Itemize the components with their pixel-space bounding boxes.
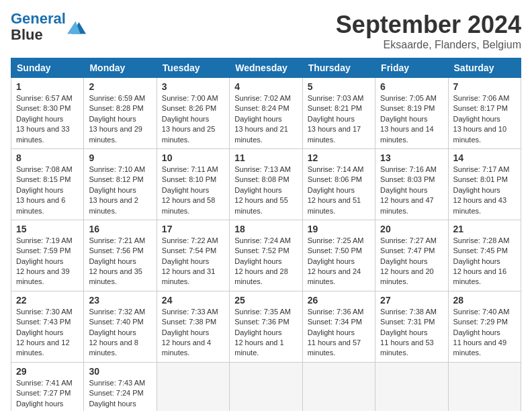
sunset-label: Sunset: 8:26 PM: [162, 104, 216, 112]
sunrise-label: Sunrise: 7:36 AM: [308, 308, 364, 316]
calendar-cell: 22 Sunrise: 7:30 AM Sunset: 7:43 PM Dayl…: [11, 291, 84, 362]
day-number: 15: [16, 224, 79, 234]
daylight-duration: 12 hours and 47 minutes.: [380, 196, 434, 214]
cell-info: Sunrise: 7:21 AM Sunset: 7:56 PM Dayligh…: [89, 236, 151, 287]
day-number: 8: [16, 152, 79, 163]
daylight-label: Daylight hours: [308, 115, 355, 123]
daylight-duration: 12 hours and 1 minute.: [234, 338, 283, 357]
sunset-label: Sunset: 7:56 PM: [89, 246, 143, 255]
daylight-duration: 12 hours and 39 minutes.: [16, 267, 70, 285]
calendar-cell: 19 Sunrise: 7:25 AM Sunset: 7:50 PM Dayl…: [302, 220, 375, 291]
cell-info: Sunrise: 7:25 AM Sunset: 7:50 PM Dayligh…: [308, 236, 370, 287]
day-number: 16: [89, 224, 151, 234]
col-thursday: Thursday: [302, 58, 375, 78]
calendar-cell: 14 Sunrise: 7:17 AM Sunset: 8:01 PM Dayl…: [448, 148, 521, 220]
daylight-duration: 13 hours and 33 minutes.: [16, 125, 70, 143]
calendar-cell: 12 Sunrise: 7:14 AM Sunset: 8:06 PM Dayl…: [302, 148, 375, 220]
logo-icon: [67, 17, 86, 36]
daylight-duration: 12 hours and 58 minutes.: [162, 196, 216, 214]
calendar-table: Sunday Monday Tuesday Wednesday Thursday…: [11, 58, 521, 411]
calendar-cell: 7 Sunrise: 7:06 AM Sunset: 8:17 PM Dayli…: [448, 78, 521, 149]
calendar-cell: 28 Sunrise: 7:40 AM Sunset: 7:29 PM Dayl…: [448, 291, 521, 362]
cell-info: Sunrise: 7:08 AM Sunset: 8:15 PM Dayligh…: [16, 165, 79, 216]
calendar-cell: [157, 362, 229, 411]
daylight-duration: 12 hours and 51 minutes.: [308, 196, 361, 214]
daylight-label: Daylight hours: [308, 328, 355, 336]
sunset-label: Sunset: 8:15 PM: [16, 175, 71, 183]
sunset-label: Sunset: 8:28 PM: [89, 104, 143, 112]
sunrise-label: Sunrise: 7:03 AM: [308, 94, 364, 102]
cell-info: Sunrise: 7:35 AM Sunset: 7:36 PM Dayligh…: [234, 307, 297, 359]
daylight-duration: 12 hours and 43 minutes.: [453, 196, 507, 214]
daylight-label: Daylight hours: [89, 186, 136, 194]
cell-info: Sunrise: 7:27 AM Sunset: 7:47 PM Dayligh…: [380, 236, 443, 287]
logo: General Blue: [11, 11, 86, 43]
sunset-label: Sunset: 8:21 PM: [308, 104, 362, 112]
sunset-label: Sunset: 7:29 PM: [453, 318, 508, 326]
sunrise-label: Sunrise: 7:08 AM: [16, 165, 73, 173]
calendar-cell: 27 Sunrise: 7:38 AM Sunset: 7:31 PM Dayl…: [375, 291, 448, 362]
daylight-duration: 12 hours and 16 minutes.: [453, 267, 507, 285]
daylight-duration: 11 hours and 57 minutes.: [308, 338, 361, 357]
daylight-label: Daylight hours: [16, 115, 63, 123]
calendar-cell: 15 Sunrise: 7:19 AM Sunset: 7:59 PM Dayl…: [11, 220, 84, 291]
daylight-duration: 12 hours and 12 minutes.: [16, 338, 70, 357]
col-sunday: Sunday: [11, 58, 84, 78]
calendar-cell: 4 Sunrise: 7:02 AM Sunset: 8:24 PM Dayli…: [230, 78, 302, 149]
calendar-cell: 10 Sunrise: 7:11 AM Sunset: 8:10 PM Dayl…: [157, 148, 229, 220]
daylight-label: Daylight hours: [89, 115, 136, 123]
daylight-label: Daylight hours: [162, 186, 209, 194]
cell-info: Sunrise: 6:57 AM Sunset: 8:30 PM Dayligh…: [16, 93, 79, 145]
day-number: 4: [234, 81, 297, 92]
logo-text: General Blue: [11, 11, 66, 43]
col-friday: Friday: [375, 58, 448, 78]
cell-info: Sunrise: 7:41 AM Sunset: 7:27 PM Dayligh…: [16, 378, 79, 411]
day-number: 28: [453, 295, 516, 306]
day-number: 25: [234, 295, 297, 306]
sunset-label: Sunset: 7:50 PM: [308, 246, 362, 255]
sunset-label: Sunset: 8:08 PM: [234, 175, 289, 183]
sunset-label: Sunset: 7:54 PM: [162, 246, 216, 255]
col-saturday: Saturday: [448, 58, 521, 78]
calendar-cell: 13 Sunrise: 7:16 AM Sunset: 8:03 PM Dayl…: [375, 148, 448, 220]
daylight-duration: 11 hours and 53 minutes.: [380, 338, 434, 357]
calendar-cell: 6 Sunrise: 7:05 AM Sunset: 8:19 PM Dayli…: [375, 78, 448, 149]
daylight-label: Daylight hours: [16, 400, 63, 408]
sunset-label: Sunset: 8:30 PM: [16, 104, 71, 112]
calendar-cell: 21 Sunrise: 7:28 AM Sunset: 7:45 PM Dayl…: [448, 220, 521, 291]
cell-info: Sunrise: 7:36 AM Sunset: 7:34 PM Dayligh…: [308, 307, 370, 359]
daylight-duration: 13 hours and 10 minutes.: [453, 125, 507, 143]
daylight-duration: 13 hours and 6 minutes.: [16, 196, 65, 214]
cell-info: Sunrise: 7:10 AM Sunset: 8:12 PM Dayligh…: [89, 165, 151, 216]
sunrise-label: Sunrise: 7:13 AM: [234, 165, 291, 173]
day-number: 6: [380, 81, 443, 92]
day-number: 13: [380, 152, 443, 163]
location: Eksaarde, Flanders, Belgium: [336, 39, 521, 51]
sunset-label: Sunset: 7:40 PM: [89, 318, 143, 326]
cell-info: Sunrise: 7:16 AM Sunset: 8:03 PM Dayligh…: [380, 165, 443, 216]
calendar-row: 8 Sunrise: 7:08 AM Sunset: 8:15 PM Dayli…: [11, 148, 521, 220]
daylight-label: Daylight hours: [308, 186, 355, 194]
sunset-label: Sunset: 7:59 PM: [16, 246, 71, 255]
calendar-cell: 24 Sunrise: 7:33 AM Sunset: 7:38 PM Dayl…: [157, 291, 229, 362]
daylight-label: Daylight hours: [16, 328, 63, 336]
sunset-label: Sunset: 8:12 PM: [89, 175, 143, 183]
daylight-duration: 13 hours and 25 minutes.: [162, 125, 216, 143]
calendar-cell: [302, 362, 375, 411]
sunset-label: Sunset: 7:24 PM: [89, 389, 143, 397]
day-number: 29: [16, 366, 79, 377]
calendar-cell: 5 Sunrise: 7:03 AM Sunset: 8:21 PM Dayli…: [302, 78, 375, 149]
cell-info: Sunrise: 7:02 AM Sunset: 8:24 PM Dayligh…: [234, 93, 297, 145]
sunrise-label: Sunrise: 7:19 AM: [16, 236, 73, 244]
day-number: 24: [162, 295, 224, 306]
daylight-label: Daylight hours: [234, 257, 281, 265]
cell-info: Sunrise: 7:32 AM Sunset: 7:40 PM Dayligh…: [89, 307, 151, 359]
sunrise-label: Sunrise: 7:41 AM: [16, 379, 73, 387]
daylight-label: Daylight hours: [380, 257, 427, 265]
cell-info: Sunrise: 7:03 AM Sunset: 8:21 PM Dayligh…: [308, 93, 370, 145]
calendar-row: 15 Sunrise: 7:19 AM Sunset: 7:59 PM Dayl…: [11, 220, 521, 291]
daylight-duration: 13 hours and 14 minutes.: [380, 125, 434, 143]
calendar-cell: [375, 362, 448, 411]
daylight-label: Daylight hours: [16, 257, 63, 265]
day-number: 2: [89, 81, 151, 92]
